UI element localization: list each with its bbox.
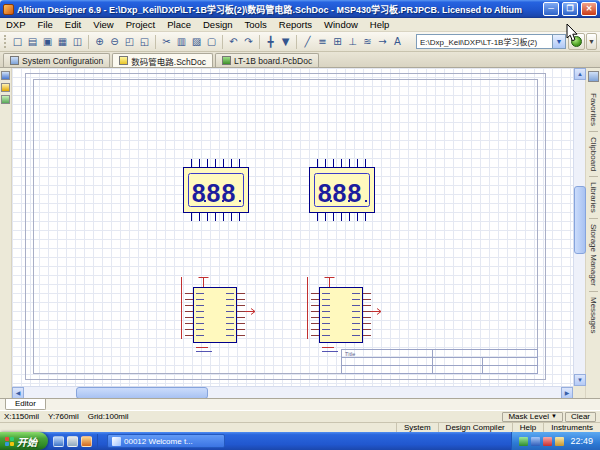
- tab-schdoc[interactable]: 数码管电路.SchDoc: [112, 53, 213, 67]
- panels-icon[interactable]: [588, 71, 599, 82]
- minimize-button[interactable]: ─: [543, 2, 559, 16]
- menu-window[interactable]: Window: [318, 18, 364, 32]
- quicklaunch-ie-icon[interactable]: [53, 436, 64, 447]
- taskbar-app-button[interactable]: 00012 Welcome t...: [107, 434, 225, 448]
- place-net-label-icon[interactable]: ≋: [360, 34, 375, 50]
- scroll-down-icon[interactable]: ▼: [574, 374, 586, 386]
- decimal-point: [365, 200, 367, 202]
- menu-view[interactable]: View: [87, 18, 119, 32]
- decimal-point: [222, 200, 224, 202]
- menu-project[interactable]: Project: [120, 18, 162, 32]
- help-panels-button[interactable]: Help: [512, 423, 543, 433]
- zoom-area-icon[interactable]: ◰: [122, 34, 137, 50]
- maximize-button[interactable]: ❐: [562, 2, 578, 16]
- explorer-panel-icon[interactable]: [1, 95, 10, 104]
- menu-design[interactable]: Design: [197, 18, 239, 32]
- combo-dropdown-icon[interactable]: ▼: [552, 35, 565, 48]
- scroll-up-icon[interactable]: ▲: [574, 68, 586, 80]
- schematic-canvas-wrap: Title 888: [12, 68, 573, 386]
- menu-tools[interactable]: Tools: [239, 18, 273, 32]
- main-area: Title 888: [0, 68, 600, 398]
- antivirus-tray-icon[interactable]: [519, 437, 528, 446]
- zoom-out-icon[interactable]: ⊖: [107, 34, 122, 50]
- show-desktop-icon[interactable]: [67, 436, 78, 447]
- menu-file[interactable]: File: [32, 18, 59, 32]
- menu-place[interactable]: Place: [161, 18, 197, 32]
- place-bus-icon[interactable]: ≡: [315, 34, 330, 50]
- zoom-fit-icon[interactable]: ◱: [137, 34, 152, 50]
- cross-probe-icon[interactable]: ╋: [263, 34, 278, 50]
- place-port-icon[interactable]: →: [375, 34, 390, 50]
- open-icon[interactable]: ▤: [25, 34, 40, 50]
- paste-icon[interactable]: ▨: [189, 34, 204, 50]
- tab-pcbdoc[interactable]: LT-1B board.PcbDoc: [215, 53, 319, 67]
- horizontal-scrollbar[interactable]: ◀ ▶: [12, 386, 573, 398]
- desktop-screen: Altium Designer 6.9 - E:\Dxp_Keil\DXP\LT…: [0, 0, 600, 450]
- volume-tray-icon[interactable]: [543, 437, 552, 446]
- decimal-point: [239, 200, 241, 202]
- toolbar-overflow-dropdown-icon[interactable]: ▼: [586, 33, 597, 50]
- copy-icon[interactable]: ▥: [174, 34, 189, 50]
- vertical-scroll-thumb[interactable]: [574, 186, 586, 254]
- panel-tab-messages[interactable]: Messages: [589, 292, 598, 338]
- panel-tab-clipboard[interactable]: Clipboard: [589, 132, 598, 176]
- sheet-grid: [12, 68, 573, 386]
- mask-level-button[interactable]: Mask Level▼: [502, 412, 562, 422]
- editor-tab-row: Editor: [0, 398, 600, 410]
- start-label: 开始: [17, 434, 37, 449]
- scroll-track[interactable]: [208, 387, 561, 398]
- vertical-scrollbar[interactable]: ▲ ▼: [573, 68, 585, 386]
- navigator-panel-icon[interactable]: [1, 83, 10, 92]
- toolbar-grip[interactable]: [4, 35, 7, 48]
- editor-tab[interactable]: Editor: [5, 399, 46, 410]
- undo-icon[interactable]: ↶: [226, 34, 241, 50]
- menu-reports[interactable]: Reports: [273, 18, 318, 32]
- home-page-icon: [571, 36, 582, 47]
- place-wire-icon[interactable]: ╱: [300, 34, 315, 50]
- ic-body: [194, 288, 237, 343]
- menu-dxp[interactable]: DXP: [0, 18, 32, 32]
- network-tray-icon[interactable]: [531, 437, 540, 446]
- menu-help[interactable]: Help: [364, 18, 396, 32]
- system-panels-button[interactable]: System: [396, 423, 438, 433]
- filter-icon[interactable]: ▼: [278, 34, 293, 50]
- cut-icon[interactable]: ✂: [159, 34, 174, 50]
- tab-system-configuration[interactable]: System Configuration: [3, 53, 110, 67]
- save-icon[interactable]: ▣: [40, 34, 55, 50]
- projects-panel-icon[interactable]: [1, 71, 10, 80]
- schematic-canvas[interactable]: Title 888: [12, 68, 573, 386]
- place-text-icon[interactable]: A: [390, 34, 405, 50]
- media-player-icon[interactable]: [81, 436, 92, 447]
- new-document-icon[interactable]: □: [10, 34, 25, 50]
- print-preview-icon[interactable]: ◫: [70, 34, 85, 50]
- place-part-icon[interactable]: ⊞: [330, 34, 345, 50]
- file-path-combobox[interactable]: E:\Dxp_Keil\DXP\LT-1B学习板(2) ▼: [416, 34, 566, 49]
- home-page-button[interactable]: [568, 33, 585, 50]
- zoom-in-icon[interactable]: ⊕: [92, 34, 107, 50]
- ime-tray-icon[interactable]: [555, 437, 564, 446]
- mask-level-dropdown-icon: ▼: [551, 412, 557, 421]
- start-button[interactable]: 开始: [0, 432, 48, 450]
- seven-segment-display-2[interactable]: 888: [310, 159, 375, 221]
- select-icon[interactable]: ▢: [204, 34, 219, 50]
- place-power-port-icon[interactable]: ⊥: [345, 34, 360, 50]
- file-path-value: E:\Dxp_Keil\DXP\LT-1B学习板(2): [417, 36, 552, 47]
- toolbar-separator: [222, 35, 223, 49]
- system-tray: 22:49: [511, 432, 600, 450]
- panel-tab-favorites[interactable]: Favorites: [589, 88, 598, 131]
- quick-launch: [48, 434, 105, 448]
- panel-tab-storage-manager[interactable]: Storage Manager: [589, 219, 598, 291]
- design-compiler-panels-button[interactable]: Design Compiler: [438, 423, 512, 433]
- ic-body: [320, 288, 363, 343]
- panel-tab-libraries[interactable]: Libraries: [589, 177, 598, 218]
- seven-segment-display-1[interactable]: 888: [184, 159, 249, 221]
- menu-edit[interactable]: Edit: [59, 18, 87, 32]
- pcb-doc-icon: [222, 56, 231, 65]
- clear-button[interactable]: Clear: [565, 412, 596, 422]
- taskbar-clock: 22:49: [570, 436, 593, 446]
- print-icon[interactable]: ▦: [55, 34, 70, 50]
- windows-flag-icon: [5, 437, 14, 446]
- close-button[interactable]: ✕: [581, 2, 597, 16]
- instruments-panels-button[interactable]: Instruments: [543, 423, 600, 433]
- redo-icon[interactable]: ↷: [241, 34, 256, 50]
